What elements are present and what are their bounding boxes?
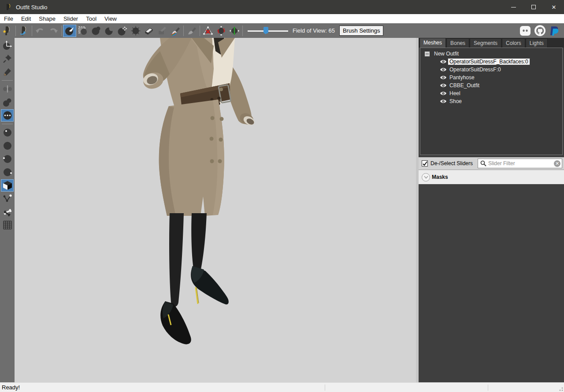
tree-item[interactable]: OperatorSuitDressF:0 xyxy=(420,66,562,74)
toolbar-separator xyxy=(61,26,62,36)
split-edge-button[interactable] xyxy=(228,25,241,37)
paypal-icon[interactable] xyxy=(549,25,560,37)
fov-label: Field of View: 65 xyxy=(293,27,335,34)
undo-icon xyxy=(35,26,45,36)
search-icon xyxy=(480,160,486,166)
slider-filter-box[interactable]: ✕ xyxy=(478,159,562,168)
tab-bones[interactable]: Bones xyxy=(446,38,469,48)
pin-tool-button[interactable] xyxy=(1,52,14,65)
tree-item[interactable]: CBBE_Outfit xyxy=(420,81,562,89)
sphere-dots-button[interactable] xyxy=(1,109,14,122)
menu-shape[interactable]: Shape xyxy=(35,15,59,23)
mask-brush-button[interactable] xyxy=(76,25,89,37)
two-spheres-button[interactable] xyxy=(1,96,14,108)
tab-lights[interactable]: Lights xyxy=(526,38,548,48)
tree-item[interactable]: OperatorSuitDressF_Backfaces:0 xyxy=(420,58,562,66)
tree-item[interactable]: Pantyhose xyxy=(420,74,562,81)
pencil-tool-button[interactable] xyxy=(1,66,14,78)
tab-meshes[interactable]: Meshes xyxy=(419,38,446,48)
eraser-brush-button[interactable] xyxy=(142,25,156,37)
menu-slider[interactable]: Slider xyxy=(59,15,82,23)
visibility-eye-icon[interactable] xyxy=(440,75,447,80)
tree-item-label: Heel xyxy=(448,90,462,96)
menu-file[interactable]: File xyxy=(0,15,17,23)
alpha-brush-icon xyxy=(186,26,197,36)
fov-slider-thumb[interactable] xyxy=(263,27,268,33)
color-brush-button[interactable] xyxy=(169,25,182,37)
sphere-solid-button[interactable] xyxy=(1,140,14,152)
fov-slider[interactable] xyxy=(248,26,288,35)
sphere-solid-icon xyxy=(2,141,13,151)
tree-item-label: OperatorSuitDressF:0 xyxy=(448,67,502,73)
grid-toggle-button[interactable] xyxy=(1,219,14,231)
menu-edit[interactable]: Edit xyxy=(17,15,35,23)
brush-settings-button[interactable]: Brush Settings xyxy=(339,26,384,36)
inflate-brush-icon xyxy=(91,26,101,36)
flip-edge-icon xyxy=(216,26,226,36)
smooth-brush-button[interactable] xyxy=(129,25,142,37)
visibility-eye-icon[interactable] xyxy=(440,59,447,64)
tree-item-label: Pantyhose xyxy=(448,74,476,81)
visibility-eye-icon[interactable] xyxy=(440,67,447,72)
maximize-button[interactable] xyxy=(523,0,544,14)
sphere-dot-topleft-button[interactable] xyxy=(1,126,14,139)
inflate-brush-button[interactable] xyxy=(89,25,103,37)
tab-segments[interactable]: Segments xyxy=(470,38,501,48)
sphere-dot-left-button[interactable] xyxy=(1,153,14,165)
github-icon[interactable] xyxy=(534,25,546,37)
masks-label: Masks xyxy=(432,174,448,180)
tab-colors[interactable]: Colors xyxy=(502,38,525,48)
collapse-icon[interactable] xyxy=(425,52,430,56)
vertex-graph-button[interactable] xyxy=(1,192,14,205)
grid-toggle-icon xyxy=(2,220,13,230)
minimize-button[interactable] xyxy=(503,0,523,14)
tree-item[interactable]: Shoe xyxy=(420,97,562,105)
slider-filter-input[interactable] xyxy=(488,160,554,166)
outfit-model xyxy=(15,38,416,382)
viewport-3d[interactable] xyxy=(15,38,416,382)
toolbar-separator xyxy=(200,26,200,36)
visibility-eye-icon[interactable] xyxy=(440,83,447,88)
transform-tool-icon xyxy=(2,40,13,51)
chevron-down-icon[interactable] xyxy=(422,173,430,181)
tree-item[interactable]: Heel xyxy=(420,89,562,97)
weight-brush-button[interactable] xyxy=(156,25,169,37)
redo-button[interactable] xyxy=(47,25,60,37)
visibility-eye-icon[interactable] xyxy=(440,91,447,96)
two-spheres-icon xyxy=(2,97,13,107)
mirror-toggle-button[interactable] xyxy=(1,83,14,95)
checkmark-icon xyxy=(422,161,428,166)
toolbar-separator xyxy=(15,26,16,36)
panel-tabs: Meshes Bones Segments Colors Lights xyxy=(419,38,564,48)
toolbar-separator xyxy=(242,26,243,36)
cube-view-button[interactable] xyxy=(1,179,14,192)
transform-tool-button[interactable] xyxy=(1,39,14,52)
move-brush-button[interactable] xyxy=(116,25,129,37)
collapse-vertex-button[interactable] xyxy=(201,25,215,37)
menu-view[interactable]: View xyxy=(100,15,121,23)
tree-root[interactable]: New Outfit xyxy=(420,50,562,58)
bones-toggle-button[interactable] xyxy=(1,206,14,218)
masks-group-header[interactable]: Masks xyxy=(419,170,564,185)
discord-icon[interactable] xyxy=(519,25,531,37)
mirror-toggle-icon xyxy=(2,84,13,94)
mesh-tree[interactable]: New Outfit OperatorSuitDressF_Backfaces:… xyxy=(420,48,563,155)
status-message: Ready! xyxy=(2,384,20,391)
sphere-dot-right-button[interactable] xyxy=(1,166,14,178)
clear-filter-icon[interactable]: ✕ xyxy=(554,160,560,167)
deflate-brush-button[interactable] xyxy=(103,25,116,37)
tree-item-label: OperatorSuitDressF_Backfaces:0 xyxy=(448,59,530,65)
visibility-eye-icon[interactable] xyxy=(440,99,447,104)
load-project-button[interactable] xyxy=(1,25,14,37)
resize-grip[interactable] xyxy=(558,386,563,391)
load-reference-button[interactable] xyxy=(17,25,30,37)
weight-brush-icon xyxy=(157,26,167,36)
undo-button[interactable] xyxy=(33,25,47,37)
flip-edge-button[interactable] xyxy=(215,25,228,37)
menu-tool[interactable]: Tool xyxy=(82,15,100,23)
deflate-brush-icon xyxy=(104,26,115,36)
select-tool-button[interactable] xyxy=(63,25,76,37)
close-button[interactable]: ✕ xyxy=(544,0,564,14)
deselect-sliders-checkbox[interactable] xyxy=(422,160,428,166)
alpha-brush-button[interactable] xyxy=(185,25,198,37)
